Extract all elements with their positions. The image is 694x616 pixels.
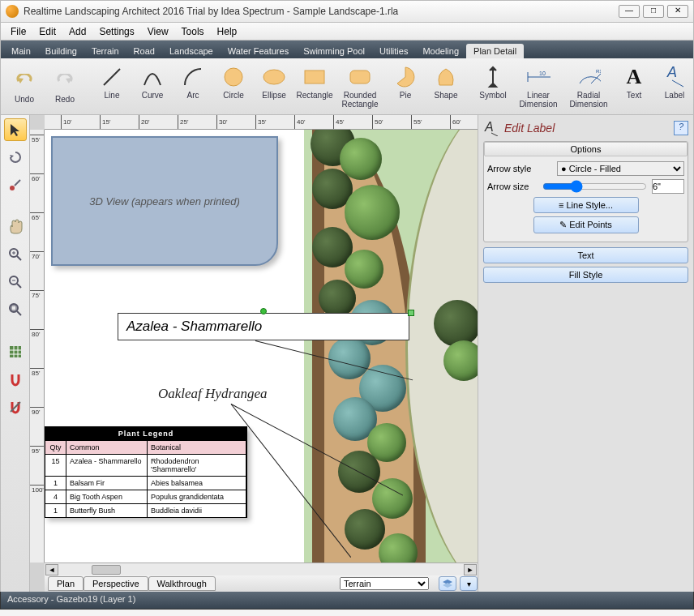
title-bar: Realtime Landscaping Architect 2016 Tria…	[0, 0, 694, 23]
svg-text:10: 10	[539, 71, 546, 76]
legend-row: 4Big Tooth AspenPopulus grandidentata	[45, 490, 246, 503]
help-button[interactable]: ?	[674, 121, 688, 135]
menu-help[interactable]: Help	[211, 24, 244, 39]
ruler-horizontal: 10' 15' 20' 25' 30' 35' 40' 45' 50' 55' …	[45, 115, 478, 130]
move-point-tool[interactable]	[4, 173, 27, 196]
linear-dimension-tool[interactable]: 10Linear Dimension	[513, 63, 563, 110]
tab-landscape[interactable]: Landscape	[162, 44, 221, 58]
selection-handle[interactable]	[260, 308, 267, 314]
plant[interactable]	[345, 250, 383, 289]
view-tab-plan[interactable]: Plan	[48, 576, 84, 591]
arc-tool[interactable]: Arc	[173, 63, 213, 110]
3d-view-placeholder[interactable]: 3D View (appears when printed)	[51, 136, 278, 266]
scroll-thumb[interactable]	[92, 565, 121, 575]
svg-line-15	[17, 256, 21, 260]
menu-tools[interactable]: Tools	[175, 24, 211, 39]
redo-button[interactable]: Redo	[45, 67, 85, 105]
circle-tool[interactable]: Circle	[213, 63, 254, 110]
ellipse-tool[interactable]: Ellipse	[254, 63, 294, 110]
view-tabs: Plan Perspective Walkthrough Terrain ▾	[45, 575, 478, 592]
line-tool[interactable]: Line	[92, 63, 132, 110]
arrow-size-slider[interactable]	[542, 180, 647, 193]
svg-text:R10: R10	[596, 69, 601, 74]
label-tool[interactable]: ALabel	[654, 63, 694, 110]
menu-edit[interactable]: Edit	[32, 24, 62, 39]
selected-label[interactable]: Azalea - Shammarello	[118, 313, 409, 340]
options-header[interactable]: Options	[484, 142, 688, 156]
category-tabs: Main Building Terrain Road Landscape Wat…	[0, 41, 694, 58]
plant[interactable]	[319, 280, 356, 317]
menu-bar: File Edit Add Settings View Tools Help	[0, 23, 694, 41]
zoom-out-tool[interactable]	[4, 271, 27, 293]
legend-row: 1Balsam FirAbies balsamea	[45, 476, 246, 490]
grid-snap-tool[interactable]	[4, 340, 27, 363]
dropdown-icon[interactable]: ▾	[460, 576, 478, 591]
tab-building[interactable]: Building	[38, 44, 84, 58]
arrow-size-value[interactable]	[652, 179, 684, 194]
rounded-rectangle-tool[interactable]: Rounded Rectangle	[335, 63, 385, 110]
plant-label-text[interactable]: Oakleaf Hydrangea	[158, 386, 268, 402]
pie-tool[interactable]: Pie	[385, 63, 426, 110]
rectangle-tool[interactable]: Rectangle	[294, 63, 335, 110]
arrow-style-select[interactable]: ● Circle - Filled	[557, 161, 684, 176]
fill-style-section-button[interactable]: Fill Style	[483, 267, 688, 283]
svg-line-27	[491, 133, 498, 136]
text-section-button[interactable]: Text	[483, 247, 688, 263]
arrow-style-label: Arrow style	[487, 164, 552, 173]
snap-on-tool[interactable]	[4, 368, 27, 391]
app-icon	[6, 5, 19, 18]
text-tool[interactable]: AText	[614, 63, 654, 110]
curve-tool[interactable]: Curve	[132, 63, 173, 110]
plant-legend[interactable]: Plant Legend QtyCommonBotanical 15Azalea…	[45, 426, 247, 518]
tab-plan-detail[interactable]: Plan Detail	[466, 44, 524, 58]
legend-row: 15Azalea - ShammarelloRhododendron 'Sham…	[45, 454, 246, 476]
menu-view[interactable]: View	[141, 24, 175, 39]
tab-modeling[interactable]: Modeling	[415, 44, 466, 58]
line-style-button[interactable]: ≡ Line Style...	[533, 197, 639, 213]
maximize-button[interactable]: □	[643, 5, 664, 18]
design-canvas[interactable]: 3D View (appears when printed) Azalea - …	[45, 130, 478, 563]
close-button[interactable]: ✕	[667, 5, 688, 18]
tab-main[interactable]: Main	[4, 44, 38, 58]
view-tab-walkthrough[interactable]: Walkthrough	[148, 576, 216, 591]
plant[interactable]	[345, 185, 400, 240]
tab-pool[interactable]: Swimming Pool	[296, 44, 372, 58]
tab-water[interactable]: Water Features	[221, 44, 296, 58]
rotate-tool[interactable]	[4, 146, 27, 169]
plant[interactable]	[372, 478, 413, 519]
layer-selector[interactable]: Terrain	[340, 577, 429, 590]
main-area: 10' 15' 20' 25' 30' 35' 40' 45' 50' 55' …	[0, 115, 694, 592]
shape-tool[interactable]: Shape	[426, 63, 466, 110]
plant[interactable]	[443, 340, 478, 381]
select-tool[interactable]	[4, 118, 27, 141]
horizontal-scrollbar[interactable]: ◄ ►	[45, 563, 478, 575]
status-text: Accessory - Gazebo19 (Layer 1)	[7, 594, 135, 604]
menu-settings[interactable]: Settings	[92, 24, 140, 39]
symbol-tool[interactable]: Symbol	[473, 63, 513, 110]
undo-button[interactable]: Undo	[4, 67, 45, 105]
zoom-fit-tool[interactable]	[4, 298, 27, 321]
tab-terrain[interactable]: Terrain	[84, 44, 126, 58]
layers-icon[interactable]	[439, 576, 456, 591]
menu-add[interactable]: Add	[62, 24, 92, 39]
minimize-button[interactable]: —	[619, 5, 640, 18]
scroll-right-icon[interactable]: ►	[464, 564, 477, 575]
edit-points-button[interactable]: ✎ Edit Points	[533, 216, 639, 233]
svg-rect-24	[10, 346, 21, 357]
scroll-left-icon[interactable]: ◄	[45, 564, 58, 575]
zoom-in-tool[interactable]	[4, 243, 27, 266]
tab-utilities[interactable]: Utilities	[372, 44, 415, 58]
view-tab-perspective[interactable]: Perspective	[84, 576, 148, 591]
plant[interactable]	[434, 300, 478, 347]
panel-title: Edit Label	[504, 122, 555, 135]
menu-file[interactable]: File	[4, 24, 32, 39]
snap-off-tool[interactable]	[4, 396, 27, 418]
pan-tool[interactable]	[4, 216, 27, 238]
plant[interactable]	[345, 509, 385, 550]
radial-dimension-tool[interactable]: R10Radial Dimension	[563, 63, 614, 110]
svg-text:A: A	[484, 120, 494, 134]
legend-header-row: QtyCommonBotanical	[45, 440, 246, 454]
svg-rect-4	[350, 71, 370, 83]
selection-handle[interactable]	[408, 310, 414, 316]
tab-road[interactable]: Road	[126, 44, 162, 58]
